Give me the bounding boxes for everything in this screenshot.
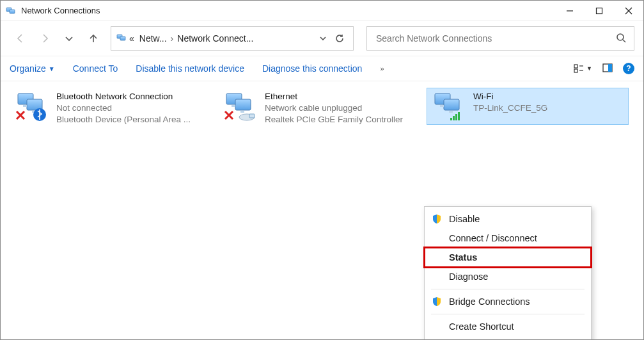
breadcrumb-prefix: « bbox=[129, 33, 134, 44]
connection-list: Bluetooth Network Connection Not connect… bbox=[10, 88, 634, 125]
chevron-down-icon: ▼ bbox=[49, 65, 55, 72]
content-area: Bluetooth Network Connection Not connect… bbox=[1, 81, 643, 339]
svg-rect-38 bbox=[455, 114, 457, 120]
window: Network Connections « Netw... › Network … bbox=[0, 0, 644, 340]
svg-point-9 bbox=[617, 34, 624, 40]
svg-rect-35 bbox=[449, 111, 453, 113]
view-options-button[interactable]: ▼ bbox=[574, 63, 592, 74]
svg-rect-33 bbox=[444, 99, 459, 110]
forward-button[interactable] bbox=[34, 28, 56, 49]
command-bar: Organize▼ Connect To Disable this networ… bbox=[1, 56, 643, 81]
svg-line-10 bbox=[623, 40, 625, 42]
context-menu: Disable Connect / Disconnect Status Diag… bbox=[424, 206, 592, 340]
chevron-right-icon: › bbox=[171, 33, 174, 44]
connection-device: Bluetooth Device (Personal Area ... bbox=[56, 114, 191, 125]
app-icon bbox=[6, 6, 16, 16]
menu-connect-disconnect[interactable]: Connect / Disconnect bbox=[425, 229, 591, 248]
connection-item-bluetooth[interactable]: Bluetooth Network Connection Not connect… bbox=[10, 88, 212, 125]
toolbar-overflow[interactable]: » bbox=[380, 65, 384, 72]
svg-rect-34 bbox=[440, 105, 444, 107]
disable-device-button[interactable]: Disable this network device bbox=[136, 63, 244, 74]
connection-status: Network cable unplugged bbox=[265, 102, 403, 114]
window-title: Network Connections bbox=[21, 6, 100, 15]
svg-rect-11 bbox=[574, 65, 577, 68]
maximize-button[interactable] bbox=[585, 1, 614, 21]
svg-rect-31 bbox=[249, 114, 255, 118]
search-icon[interactable] bbox=[616, 33, 626, 45]
connection-status: TP-Link_CCFE_5G bbox=[473, 102, 547, 114]
svg-rect-1 bbox=[10, 10, 15, 13]
connection-name: Bluetooth Network Connection bbox=[56, 91, 191, 102]
menu-separator bbox=[431, 314, 585, 314]
help-button[interactable]: ? bbox=[623, 63, 634, 74]
breadcrumb-part2[interactable]: Network Connect... bbox=[177, 33, 253, 44]
up-button[interactable] bbox=[82, 28, 104, 49]
menu-create-shortcut[interactable]: Create Shortcut bbox=[425, 317, 591, 336]
ethernet-unplugged-icon bbox=[223, 91, 258, 122]
svg-rect-12 bbox=[574, 69, 577, 72]
connection-name: Ethernet bbox=[265, 91, 403, 102]
svg-rect-3 bbox=[597, 8, 602, 13]
minimize-button[interactable] bbox=[555, 1, 585, 21]
back-button[interactable] bbox=[10, 28, 31, 49]
organize-menu[interactable]: Organize▼ bbox=[10, 63, 55, 74]
breadcrumb-part1[interactable]: Netw... bbox=[139, 33, 167, 44]
address-dropdown[interactable] bbox=[315, 30, 331, 47]
menu-delete: Delete bbox=[425, 336, 591, 340]
menu-separator bbox=[431, 289, 585, 289]
svg-rect-19 bbox=[23, 105, 27, 107]
connection-status: Not connected bbox=[56, 102, 191, 114]
connection-name: Wi-Fi bbox=[473, 91, 547, 102]
chevron-down-icon: ▼ bbox=[586, 65, 592, 72]
svg-rect-8 bbox=[120, 36, 125, 40]
menu-bridge[interactable]: Bridge Connections bbox=[425, 292, 591, 311]
search-input[interactable] bbox=[375, 33, 616, 44]
search-box[interactable] bbox=[366, 26, 634, 51]
menu-diagnose[interactable]: Diagnose bbox=[425, 267, 591, 286]
menu-status[interactable]: Status bbox=[425, 248, 591, 267]
address-bar[interactable]: « Netw... › Network Connect... bbox=[111, 26, 354, 51]
svg-rect-16 bbox=[608, 64, 612, 72]
close-button[interactable] bbox=[614, 1, 643, 21]
location-icon bbox=[116, 33, 127, 45]
connect-to-button[interactable]: Connect To bbox=[73, 63, 118, 74]
svg-rect-37 bbox=[453, 116, 455, 120]
history-dropdown[interactable] bbox=[58, 28, 80, 49]
svg-rect-39 bbox=[458, 112, 460, 120]
menu-disable[interactable]: Disable bbox=[425, 209, 591, 229]
diagnose-button[interactable]: Diagnose this connection bbox=[262, 63, 362, 74]
svg-rect-25 bbox=[235, 99, 251, 110]
connection-item-ethernet[interactable]: Ethernet Network cable unplugged Realtek… bbox=[218, 88, 420, 125]
svg-rect-36 bbox=[450, 118, 452, 120]
wifi-connected-icon bbox=[431, 91, 467, 122]
refresh-button[interactable] bbox=[331, 30, 348, 47]
shield-icon bbox=[431, 296, 443, 307]
connection-device: Realtek PCIe GbE Family Controller bbox=[265, 114, 403, 125]
svg-rect-26 bbox=[232, 105, 235, 107]
titlebar: Network Connections bbox=[1, 1, 643, 21]
shield-icon bbox=[431, 213, 443, 225]
navbar: « Netw... › Network Connect... bbox=[1, 21, 643, 56]
svg-rect-27 bbox=[240, 111, 244, 113]
bluetooth-disconnected-icon bbox=[14, 91, 50, 122]
preview-pane-button[interactable] bbox=[602, 63, 613, 75]
connection-item-wifi[interactable]: Wi-Fi TP-Link_CCFE_5G bbox=[427, 88, 629, 125]
